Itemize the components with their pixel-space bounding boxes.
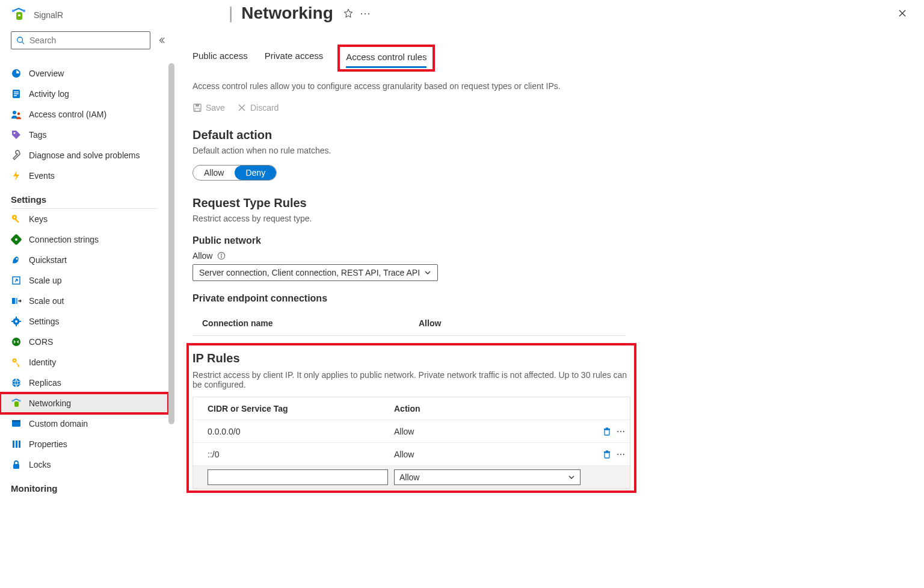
sidebar-item-scale-up[interactable]: Scale up <box>0 270 168 291</box>
sidebar-item-activity-log[interactable]: Activity log <box>0 84 168 104</box>
sidebar-nav: Overview Activity log Access control (IA… <box>0 63 168 588</box>
sidebar-item-label: Properties <box>29 439 67 449</box>
page-title: Networking <box>241 4 333 23</box>
svg-rect-54 <box>606 450 608 451</box>
svg-point-35 <box>19 400 21 402</box>
ip-rule-row: 0.0.0.0/0 Allow ⋯ <box>193 420 630 443</box>
more-icon[interactable]: ⋯ <box>617 450 625 459</box>
svg-point-32 <box>12 379 20 387</box>
sidebar-item-events[interactable]: Events <box>0 166 168 186</box>
sidebar-item-quickstart[interactable]: Quickstart <box>0 250 168 270</box>
svg-rect-41 <box>19 441 20 448</box>
ip-rule-action: Allow <box>392 450 591 459</box>
wrench-icon <box>11 150 22 161</box>
scale-out-icon <box>11 296 22 306</box>
sidebar-section-monitoring: Monitoring <box>0 475 168 496</box>
svg-point-34 <box>11 400 14 402</box>
events-icon <box>11 170 22 181</box>
svg-point-48 <box>221 254 223 255</box>
sidebar-item-label: Keys <box>29 214 48 224</box>
ip-col-cidr: CIDR or Service Tag <box>193 404 392 413</box>
sidebar-section-settings: Settings <box>0 186 168 207</box>
sidebar-item-identity[interactable]: Identity <box>0 352 168 373</box>
sidebar-item-label: Diagnose and solve problems <box>29 150 140 160</box>
quickstart-icon <box>11 255 22 265</box>
close-button[interactable] <box>893 4 912 23</box>
sidebar-item-label: Overview <box>29 69 64 78</box>
sidebar-item-label: Connection strings <box>29 235 99 244</box>
overview-icon <box>11 68 22 79</box>
tab-highlight: Access control rules <box>340 47 433 69</box>
sidebar-item-label: Access control (IAM) <box>29 110 106 119</box>
discard-button[interactable]: Discard <box>237 103 279 113</box>
sidebar-item-connection-strings[interactable]: Connection strings <box>0 229 168 250</box>
svg-rect-50 <box>604 429 610 430</box>
sidebar-item-properties[interactable]: Properties <box>0 434 168 454</box>
chevron-down-icon <box>568 474 575 481</box>
more-icon[interactable]: ⋯ <box>360 7 371 20</box>
sidebar-item-scale-out[interactable]: Scale out <box>0 291 168 311</box>
default-action-toggle[interactable]: Allow Deny <box>192 165 277 181</box>
pe-col-allow: Allow <box>419 318 441 328</box>
delete-icon[interactable] <box>602 450 612 459</box>
sidebar-item-locks[interactable]: Locks <box>0 454 168 475</box>
svg-rect-51 <box>606 427 608 429</box>
svg-rect-10 <box>14 95 17 96</box>
sidebar-item-overview[interactable]: Overview <box>0 63 168 84</box>
allow-dropdown[interactable]: Server connection, Client connection, RE… <box>192 264 438 281</box>
delete-icon[interactable] <box>602 427 612 436</box>
sidebar-item-custom-domain[interactable]: Custom domain <box>0 413 168 434</box>
sidebar-item-access-control[interactable]: Access control (IAM) <box>0 104 168 125</box>
public-network-title: Public network <box>192 235 912 246</box>
svg-rect-25 <box>16 317 17 318</box>
new-action-select[interactable]: Allow <box>394 469 581 485</box>
svg-rect-47 <box>221 255 222 258</box>
sidebar-item-diagnose[interactable]: Diagnose and solve problems <box>0 145 168 166</box>
sidebar-scrollbar[interactable] <box>168 63 174 424</box>
sidebar-item-keys[interactable]: Keys <box>0 209 168 229</box>
new-cidr-input[interactable] <box>208 469 388 485</box>
ip-rule-action: Allow <box>392 427 591 436</box>
cors-icon <box>11 336 22 347</box>
key-icon <box>11 214 22 224</box>
svg-rect-39 <box>13 441 14 448</box>
resource-brand: SignalR <box>0 0 174 29</box>
svg-rect-8 <box>14 91 19 93</box>
svg-point-29 <box>12 338 20 346</box>
sidebar-item-label: Networking <box>29 398 71 408</box>
sidebar-item-settings[interactable]: Settings <box>0 311 168 332</box>
info-icon[interactable] <box>217 252 226 260</box>
identity-icon <box>11 357 22 368</box>
default-action-desc: Default action when no rule matches. <box>192 146 912 155</box>
tab-private-access[interactable]: Private access <box>265 47 324 69</box>
svg-rect-38 <box>12 420 20 422</box>
ip-rules-highlight: IP Rules Restrict access by client IP. I… <box>189 345 634 491</box>
sidebar-item-label: Scale up <box>29 276 61 285</box>
more-icon[interactable]: ⋯ <box>617 427 625 436</box>
favorite-icon[interactable] <box>343 8 354 19</box>
save-button[interactable]: Save <box>192 103 225 113</box>
search-icon <box>16 36 25 45</box>
sidebar-item-networking[interactable]: Networking <box>0 393 168 413</box>
lock-icon <box>11 459 22 470</box>
svg-rect-22 <box>16 298 17 304</box>
toggle-deny[interactable]: Deny <box>235 166 276 180</box>
signalr-icon <box>11 7 26 23</box>
command-bar: Save Discard <box>192 103 912 113</box>
svg-point-19 <box>16 258 18 260</box>
tab-public-access[interactable]: Public access <box>192 47 248 69</box>
svg-rect-16 <box>14 218 19 223</box>
search-box[interactable] <box>11 31 150 49</box>
sidebar-item-tags[interactable]: Tags <box>0 125 168 145</box>
toggle-allow[interactable]: Allow <box>193 166 235 180</box>
search-input[interactable] <box>28 35 145 46</box>
sidebar-item-replicas[interactable]: Replicas <box>0 373 168 393</box>
collapse-sidebar-button[interactable] <box>156 35 167 46</box>
ip-table-header: CIDR or Service Tag Action <box>193 397 630 420</box>
svg-point-12 <box>17 113 20 115</box>
svg-point-1 <box>23 10 25 12</box>
sidebar-item-cors[interactable]: CORS <box>0 332 168 352</box>
tab-access-control-rules[interactable]: Access control rules <box>346 48 427 68</box>
resource-name: SignalR <box>34 10 63 20</box>
svg-rect-44 <box>196 104 199 107</box>
